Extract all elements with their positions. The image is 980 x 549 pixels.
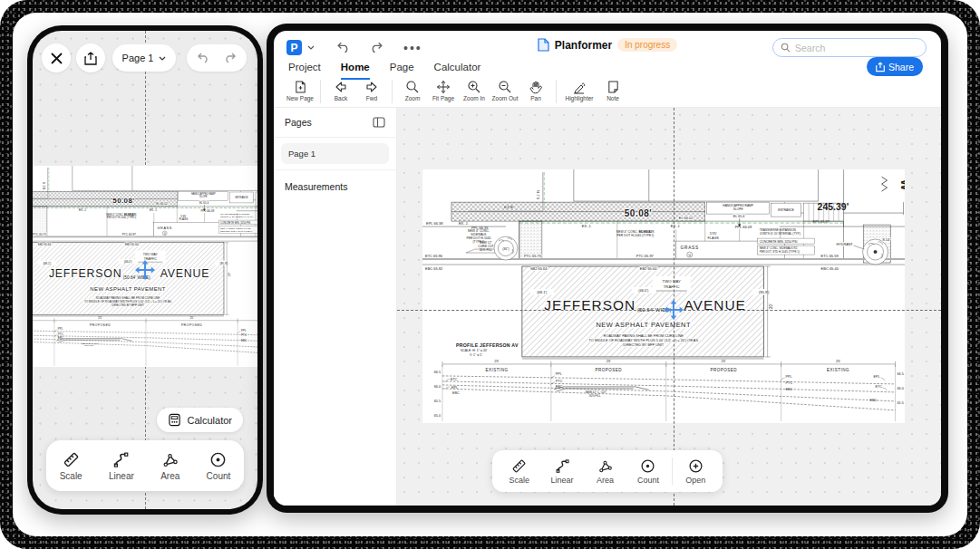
highlighter-icon <box>572 80 587 94</box>
tablet-mockup: P ••• Planformer In progress Project <box>267 24 948 513</box>
zoom-in-icon <box>467 80 481 94</box>
scale-icon <box>511 458 527 474</box>
redo-icon[interactable] <box>223 53 237 63</box>
share-ios-icon <box>876 62 885 72</box>
undo-icon[interactable] <box>197 53 210 63</box>
zoom-out-icon <box>498 80 512 94</box>
tool-open[interactable]: Open <box>674 458 717 485</box>
note-icon <box>606 80 620 94</box>
ribbon-toolbar: New Page Back Fwd Zoom Fit <box>285 80 628 107</box>
tool-scale[interactable]: Scale <box>60 451 82 481</box>
plan-sheet[interactable] <box>422 169 905 423</box>
zoom-in-button[interactable]: Zoom In <box>459 80 490 101</box>
toolbar-divider <box>672 458 673 485</box>
undo-redo-group <box>187 44 247 72</box>
hand-icon <box>529 80 543 94</box>
sidebar-item-page-1[interactable]: Page 1 <box>281 143 389 164</box>
tab-calculator[interactable]: Calculator <box>434 62 481 80</box>
status-badge: In progress <box>617 38 677 52</box>
pan-button[interactable]: Pan <box>520 80 551 101</box>
count-icon <box>640 458 655 474</box>
arrow-left-icon <box>334 80 348 94</box>
menu-tabs: Project Home Page Calculator <box>288 62 480 80</box>
tab-home[interactable]: Home <box>341 62 370 80</box>
chevron-down-icon <box>159 56 166 61</box>
chevron-down-icon[interactable] <box>307 45 315 50</box>
page-selector-label: Page 1 <box>122 53 154 63</box>
more-menu-button[interactable]: ••• <box>403 41 422 55</box>
area-icon <box>597 458 613 474</box>
phone-measure-toolbar: Scale Linear Area Count <box>46 440 244 491</box>
drawing-canvas[interactable]: Scale Linear Area Count <box>397 108 941 506</box>
linear-icon <box>112 451 130 468</box>
page-title: Planformer <box>555 39 612 52</box>
calculator-label: Calculator <box>187 415 232 426</box>
phone-mockup: Page 1 Calculator Scale <box>27 25 263 515</box>
tab-project[interactable]: Project <box>288 62 321 80</box>
area-icon <box>161 451 179 468</box>
app-logo[interactable]: P <box>286 40 302 55</box>
page-selector[interactable]: Page 1 <box>112 44 176 72</box>
tool-linear[interactable]: Linear <box>540 458 583 485</box>
move-cursor-icon <box>664 300 684 320</box>
new-page-button[interactable]: New Page <box>285 80 315 101</box>
note-button[interactable]: Note <box>597 80 628 101</box>
export-button[interactable] <box>76 43 105 72</box>
planformer-app: P ••• Planformer In progress Project <box>274 31 941 506</box>
zoom-out-button[interactable]: Zoom Out <box>490 80 520 101</box>
tool-count[interactable]: Count <box>626 458 669 485</box>
share-ios-icon <box>84 52 97 65</box>
content-area: 0.1' N 0.1' E 245.39' EPL 65.97 EPL 66.3… <box>13 13 967 536</box>
tool-scale[interactable]: Scale <box>498 458 540 485</box>
open-plus-icon <box>688 458 703 474</box>
tool-area[interactable]: Area <box>160 451 180 481</box>
forward-button[interactable]: Fwd <box>356 80 387 101</box>
move-cursor-icon <box>135 260 155 280</box>
canvas-measure-toolbar: Scale Linear Area Count <box>492 450 723 492</box>
measurements-header: Measurements <box>274 169 396 203</box>
phone-screen: Page 1 Calculator Scale <box>33 31 257 509</box>
highlighter-button[interactable]: Highlighter <box>561 80 597 101</box>
fit-page-icon <box>436 80 451 94</box>
scale-icon <box>63 451 80 468</box>
fit-page-button[interactable]: Fit Page <box>428 80 459 101</box>
arrow-right-icon <box>364 80 379 94</box>
search-box <box>772 38 927 57</box>
tool-linear[interactable]: Linear <box>109 451 134 481</box>
new-page-icon <box>294 80 307 94</box>
marketing-canvas: 0.1' N 0.1' E 245.39' EPL 65.97 EPL 66.3… <box>0 0 980 549</box>
search-icon <box>781 43 791 53</box>
panel-layout-icon[interactable] <box>373 117 385 128</box>
calculator-button[interactable]: Calculator <box>157 408 243 432</box>
calculator-icon <box>168 413 181 427</box>
back-button[interactable]: Back <box>325 80 356 101</box>
close-button[interactable] <box>42 43 71 72</box>
zoom-button[interactable]: Zoom <box>397 80 428 101</box>
tool-count[interactable]: Count <box>207 451 231 481</box>
document-icon <box>538 38 549 52</box>
count-icon <box>209 451 227 468</box>
share-button[interactable]: Share <box>867 57 923 76</box>
tool-area[interactable]: Area <box>584 458 626 485</box>
sidebar: Pages Page 1 Measurements <box>274 108 397 506</box>
undo-button[interactable] <box>336 42 351 53</box>
magnifier-icon <box>405 80 420 94</box>
search-input[interactable] <box>795 43 904 53</box>
tab-page[interactable]: Page <box>390 62 414 80</box>
pages-header: Pages <box>274 108 396 138</box>
linear-icon <box>555 458 570 474</box>
redo-button[interactable] <box>369 42 383 53</box>
